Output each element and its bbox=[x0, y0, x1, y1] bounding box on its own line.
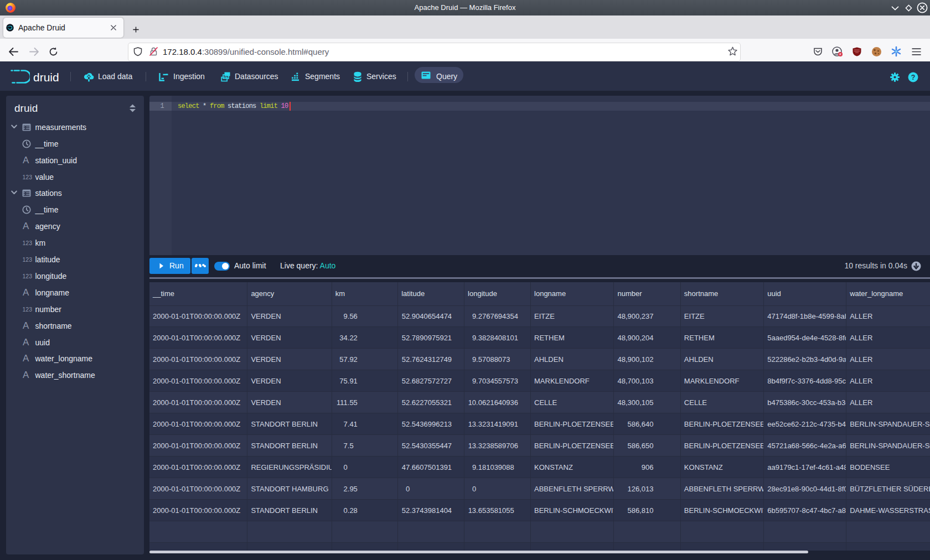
svg-text:?: ? bbox=[911, 74, 916, 81]
